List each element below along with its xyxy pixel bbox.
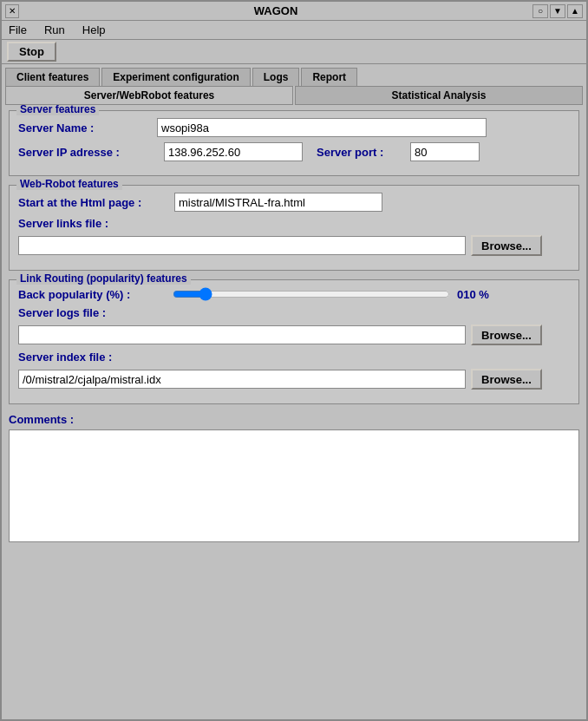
server-name-label: Server Name : xyxy=(18,121,157,134)
start-html-label: Start at the Html page : xyxy=(18,196,174,209)
server-logs-input[interactable] xyxy=(18,325,466,344)
link-routing-section: Link Routing (popularity) features Back … xyxy=(9,279,579,404)
server-logs-browse-row: Browse... xyxy=(18,324,570,345)
server-links-label: Server links file : xyxy=(18,217,157,230)
tab-client-features[interactable]: Client features xyxy=(5,68,100,86)
close-button[interactable]: ✕ xyxy=(5,4,19,18)
window-title: WAGON xyxy=(19,4,532,17)
server-index-browse-row: Browse... xyxy=(18,369,570,390)
title-bar: ✕ WAGON ○ ▼ ▲ xyxy=(2,2,586,21)
title-bar-left: ✕ xyxy=(5,4,19,18)
server-name-row: Server Name : xyxy=(18,118,570,137)
back-popularity-value: 010 % xyxy=(457,288,500,301)
server-index-label-row: Server index file : xyxy=(18,351,570,364)
menu-run[interactable]: Run xyxy=(41,23,69,37)
comments-label: Comments : xyxy=(9,413,579,426)
toolbar: Stop xyxy=(2,40,586,64)
server-features-label: Server features xyxy=(16,105,99,115)
start-html-row: Start at the Html page : xyxy=(18,193,570,212)
back-popularity-slider[interactable] xyxy=(173,287,450,301)
server-logs-label: Server logs file : xyxy=(18,306,157,319)
tab-logs[interactable]: Logs xyxy=(252,68,300,86)
webrobot-features-section: Web-Robot features Start at the Html pag… xyxy=(9,185,579,271)
comments-section: Comments : xyxy=(9,413,579,545)
server-links-browse-row: Browse... xyxy=(18,235,570,256)
back-popularity-label: Back popularity (%) : xyxy=(18,288,166,301)
server-ip-input[interactable] xyxy=(164,142,303,161)
webrobot-features-label: Web-Robot features xyxy=(16,178,122,190)
maximize-button[interactable]: ▲ xyxy=(567,4,583,18)
restore-button[interactable]: ▼ xyxy=(550,4,565,18)
server-ip-label: Server IP adresse : xyxy=(18,146,157,159)
server-logs-label-row: Server logs file : xyxy=(18,306,570,319)
tab-server-webrobot[interactable]: Server/WebRobot features xyxy=(5,86,293,105)
comments-textarea[interactable] xyxy=(9,429,579,542)
back-popularity-row: Back popularity (%) : 010 % xyxy=(18,287,570,301)
menu-bar: File Run Help xyxy=(2,21,586,40)
server-index-browse-button[interactable]: Browse... xyxy=(471,369,542,390)
server-features-section: Server features Server Name : Server IP … xyxy=(9,110,579,176)
content-area: Server features Server Name : Server IP … xyxy=(2,105,586,719)
tab-report[interactable]: Report xyxy=(301,68,357,86)
tabs-row1: Client features Experiment configuration… xyxy=(2,68,586,86)
server-port-label: Server port : xyxy=(317,146,403,159)
minimize-button[interactable]: ○ xyxy=(532,4,548,18)
link-routing-label: Link Routing (popularity) features xyxy=(16,272,191,285)
server-logs-browse-button[interactable]: Browse... xyxy=(471,324,542,345)
main-window: ✕ WAGON ○ ▼ ▲ File Run Help Stop Client … xyxy=(0,0,588,721)
server-name-input[interactable] xyxy=(157,118,487,137)
server-index-input[interactable] xyxy=(18,370,466,389)
server-links-label-row: Server links file : xyxy=(18,217,570,230)
menu-file[interactable]: File xyxy=(5,23,30,37)
server-ip-row: Server IP adresse : Server port : xyxy=(18,142,570,161)
title-bar-controls: ○ ▼ ▲ xyxy=(532,4,583,18)
server-links-input[interactable] xyxy=(18,236,466,255)
menu-help[interactable]: Help xyxy=(79,23,109,37)
server-links-browse-button[interactable]: Browse... xyxy=(471,235,542,256)
server-port-input[interactable] xyxy=(410,142,480,161)
stop-button[interactable]: Stop xyxy=(7,42,56,62)
tab-statistical-analysis[interactable]: Statistical Analysis xyxy=(295,86,583,105)
tabs-row2: Server/WebRobot features Statistical Ana… xyxy=(2,86,586,105)
start-html-input[interactable] xyxy=(174,193,382,212)
tab-experiment-configuration[interactable]: Experiment configuration xyxy=(101,68,250,86)
server-index-label: Server index file : xyxy=(18,351,157,364)
